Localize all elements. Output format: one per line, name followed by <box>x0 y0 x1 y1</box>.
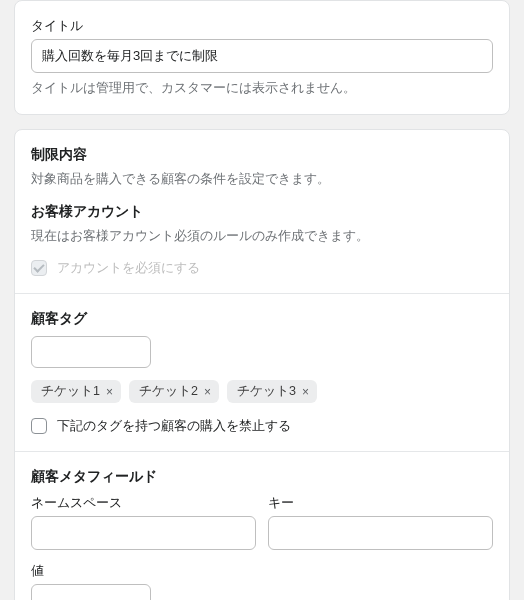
tag-ban-checkbox[interactable] <box>31 418 47 434</box>
account-desc: 現在はお客様アカウント必須のルールのみ作成できます。 <box>31 227 493 246</box>
key-label: キー <box>268 494 493 512</box>
tag-chip-row: チケット1×チケット2×チケット3× <box>31 380 493 403</box>
title-input[interactable] <box>31 39 493 73</box>
close-icon[interactable]: × <box>106 386 113 398</box>
title-card: タイトル タイトルは管理用で、カスタマーには表示されません。 <box>14 0 510 115</box>
account-required-checkbox <box>31 260 47 276</box>
customer-tag-input[interactable] <box>31 336 151 368</box>
key-input[interactable] <box>268 516 493 550</box>
tag-chip-label: チケット2 <box>139 385 198 398</box>
divider <box>15 293 509 294</box>
divider <box>15 451 509 452</box>
tag-ban-row[interactable]: 下記のタグを持つ顧客の購入を禁止する <box>31 417 493 435</box>
restriction-card: 制限内容 対象商品を購入できる顧客の条件を設定できます。 お客様アカウント 現在… <box>14 129 510 600</box>
close-icon[interactable]: × <box>302 386 309 398</box>
customer-tag-heading: 顧客タグ <box>31 310 493 328</box>
tag-chip: チケット2× <box>129 380 219 403</box>
tag-chip-label: チケット1 <box>41 385 100 398</box>
tag-ban-label: 下記のタグを持つ顧客の購入を禁止する <box>57 417 291 435</box>
account-heading: お客様アカウント <box>31 203 493 221</box>
metafield-heading: 顧客メタフィールド <box>31 468 493 486</box>
tag-chip: チケット3× <box>227 380 317 403</box>
account-required-label: アカウントを必須にする <box>57 259 200 277</box>
restriction-desc: 対象商品を購入できる顧客の条件を設定できます。 <box>31 170 493 189</box>
account-required-row: アカウントを必須にする <box>31 259 493 277</box>
restriction-heading: 制限内容 <box>31 146 493 164</box>
value-label: 値 <box>31 562 493 580</box>
namespace-input[interactable] <box>31 516 256 550</box>
close-icon[interactable]: × <box>204 386 211 398</box>
title-label: タイトル <box>31 17 493 35</box>
tag-chip: チケット1× <box>31 380 121 403</box>
value-input[interactable] <box>31 584 151 600</box>
tag-chip-label: チケット3 <box>237 385 296 398</box>
title-help-text: タイトルは管理用で、カスタマーには表示されません。 <box>31 79 493 98</box>
namespace-label: ネームスペース <box>31 494 256 512</box>
